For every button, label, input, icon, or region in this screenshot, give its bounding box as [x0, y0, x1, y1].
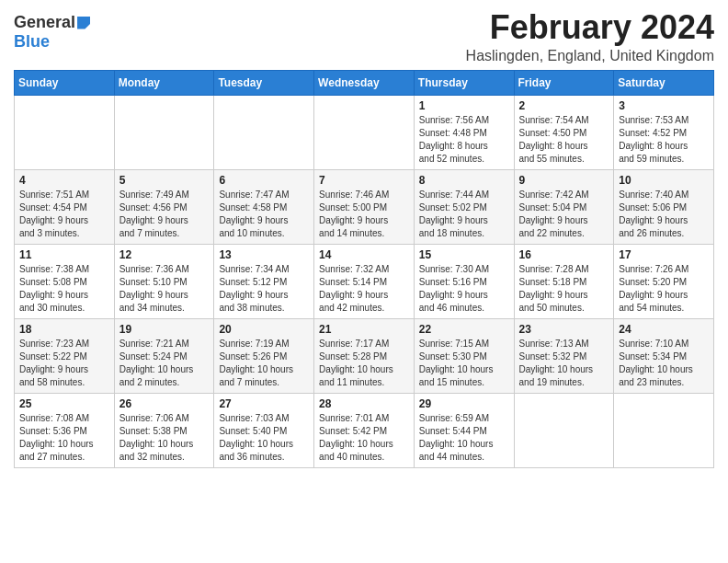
day-number: 1	[419, 99, 509, 112]
calendar-week-row: 25Sunrise: 7:08 AM Sunset: 5:36 PM Dayli…	[15, 393, 714, 467]
calendar-cell	[314, 95, 415, 169]
calendar-cell	[514, 393, 614, 467]
calendar-cell: 18Sunrise: 7:23 AM Sunset: 5:22 PM Dayli…	[15, 318, 115, 393]
logo-icon	[77, 17, 90, 29]
day-info: Sunrise: 7:15 AM Sunset: 5:30 PM Dayligh…	[419, 338, 509, 389]
day-info: Sunrise: 7:21 AM Sunset: 5:24 PM Dayligh…	[119, 338, 210, 389]
day-number: 5	[119, 174, 210, 187]
day-info: Sunrise: 6:59 AM Sunset: 5:44 PM Dayligh…	[419, 412, 509, 464]
day-header-sunday: Sunday	[15, 70, 115, 95]
day-info: Sunrise: 7:28 AM Sunset: 5:18 PM Dayligh…	[519, 263, 609, 315]
calendar-cell: 21Sunrise: 7:17 AM Sunset: 5:28 PM Dayli…	[314, 318, 415, 393]
day-header-monday: Monday	[114, 70, 214, 95]
day-info: Sunrise: 7:23 AM Sunset: 5:22 PM Dayligh…	[19, 338, 109, 389]
calendar-cell: 19Sunrise: 7:21 AM Sunset: 5:24 PM Dayli…	[114, 318, 214, 393]
calendar-cell: 1Sunrise: 7:56 AM Sunset: 4:48 PM Daylig…	[414, 95, 514, 169]
calendar-cell	[614, 393, 714, 467]
day-number: 26	[119, 397, 210, 410]
day-info: Sunrise: 7:06 AM Sunset: 5:38 PM Dayligh…	[119, 412, 210, 464]
day-number: 21	[319, 323, 409, 336]
day-number: 12	[119, 248, 210, 261]
day-number: 9	[519, 174, 609, 187]
calendar-cell: 17Sunrise: 7:26 AM Sunset: 5:20 PM Dayli…	[614, 244, 714, 318]
calendar-cell: 6Sunrise: 7:47 AM Sunset: 4:58 PM Daylig…	[214, 169, 314, 244]
day-number: 27	[219, 397, 309, 410]
calendar-table: SundayMondayTuesdayWednesdayThursdayFrid…	[14, 70, 714, 468]
day-number: 23	[519, 323, 609, 336]
calendar-cell: 8Sunrise: 7:44 AM Sunset: 5:02 PM Daylig…	[414, 169, 514, 244]
day-info: Sunrise: 7:10 AM Sunset: 5:34 PM Dayligh…	[619, 338, 709, 389]
day-number: 7	[319, 174, 409, 187]
calendar-cell: 9Sunrise: 7:42 AM Sunset: 5:04 PM Daylig…	[514, 169, 614, 244]
calendar-cell: 2Sunrise: 7:54 AM Sunset: 4:50 PM Daylig…	[514, 95, 614, 169]
day-number: 3	[619, 99, 709, 112]
day-number: 28	[319, 397, 409, 410]
calendar-cell: 13Sunrise: 7:34 AM Sunset: 5:12 PM Dayli…	[214, 244, 314, 318]
calendar-cell: 22Sunrise: 7:15 AM Sunset: 5:30 PM Dayli…	[414, 318, 514, 393]
day-header-friday: Friday	[514, 70, 614, 95]
day-info: Sunrise: 7:13 AM Sunset: 5:32 PM Dayligh…	[519, 338, 609, 389]
day-header-saturday: Saturday	[614, 70, 714, 95]
calendar-cell	[214, 95, 314, 169]
calendar-week-row: 18Sunrise: 7:23 AM Sunset: 5:22 PM Dayli…	[15, 318, 714, 393]
day-info: Sunrise: 7:49 AM Sunset: 4:56 PM Dayligh…	[119, 189, 210, 240]
page-header: General Blue February 2024 Haslingden, E…	[14, 9, 714, 64]
day-number: 14	[319, 248, 409, 261]
calendar-cell: 4Sunrise: 7:51 AM Sunset: 4:54 PM Daylig…	[15, 169, 115, 244]
day-info: Sunrise: 7:46 AM Sunset: 5:00 PM Dayligh…	[319, 189, 409, 240]
day-info: Sunrise: 7:40 AM Sunset: 5:06 PM Dayligh…	[619, 189, 709, 240]
day-info: Sunrise: 7:56 AM Sunset: 4:48 PM Dayligh…	[419, 114, 509, 166]
day-number: 18	[19, 323, 109, 336]
day-info: Sunrise: 7:38 AM Sunset: 5:08 PM Dayligh…	[19, 263, 109, 315]
calendar-cell: 16Sunrise: 7:28 AM Sunset: 5:18 PM Dayli…	[514, 244, 614, 318]
calendar-cell: 12Sunrise: 7:36 AM Sunset: 5:10 PM Dayli…	[114, 244, 214, 318]
calendar-cell: 11Sunrise: 7:38 AM Sunset: 5:08 PM Dayli…	[15, 244, 115, 318]
day-number: 6	[219, 174, 309, 187]
calendar-cell: 23Sunrise: 7:13 AM Sunset: 5:32 PM Dayli…	[514, 318, 614, 393]
day-info: Sunrise: 7:01 AM Sunset: 5:42 PM Dayligh…	[319, 412, 409, 464]
day-info: Sunrise: 7:54 AM Sunset: 4:50 PM Dayligh…	[519, 114, 609, 166]
location-title: Haslingden, England, United Kingdom	[466, 48, 714, 64]
calendar-cell: 5Sunrise: 7:49 AM Sunset: 4:56 PM Daylig…	[114, 169, 214, 244]
day-number: 4	[19, 174, 109, 187]
day-number: 25	[19, 397, 109, 410]
day-info: Sunrise: 7:53 AM Sunset: 4:52 PM Dayligh…	[619, 114, 709, 166]
day-number: 17	[619, 248, 709, 261]
day-info: Sunrise: 7:03 AM Sunset: 5:40 PM Dayligh…	[219, 412, 309, 464]
day-info: Sunrise: 7:08 AM Sunset: 5:36 PM Dayligh…	[19, 412, 109, 464]
calendar-cell	[15, 95, 115, 169]
calendar-cell: 7Sunrise: 7:46 AM Sunset: 5:00 PM Daylig…	[314, 169, 415, 244]
day-info: Sunrise: 7:42 AM Sunset: 5:04 PM Dayligh…	[519, 189, 609, 240]
calendar-cell: 14Sunrise: 7:32 AM Sunset: 5:14 PM Dayli…	[314, 244, 415, 318]
day-header-tuesday: Tuesday	[214, 70, 314, 95]
day-number: 22	[419, 323, 509, 336]
day-info: Sunrise: 7:51 AM Sunset: 4:54 PM Dayligh…	[19, 189, 109, 240]
day-number: 15	[419, 248, 509, 261]
calendar-cell: 20Sunrise: 7:19 AM Sunset: 5:26 PM Dayli…	[214, 318, 314, 393]
logo-general-text: General	[14, 13, 75, 32]
day-number: 8	[419, 174, 509, 187]
day-info: Sunrise: 7:47 AM Sunset: 4:58 PM Dayligh…	[219, 189, 309, 240]
day-info: Sunrise: 7:26 AM Sunset: 5:20 PM Dayligh…	[619, 263, 709, 315]
calendar-cell: 15Sunrise: 7:30 AM Sunset: 5:16 PM Dayli…	[414, 244, 514, 318]
calendar-cell: 28Sunrise: 7:01 AM Sunset: 5:42 PM Dayli…	[314, 393, 415, 467]
day-info: Sunrise: 7:44 AM Sunset: 5:02 PM Dayligh…	[419, 189, 509, 240]
logo: General Blue	[14, 13, 90, 52]
day-number: 29	[419, 397, 509, 410]
calendar-week-row: 1Sunrise: 7:56 AM Sunset: 4:48 PM Daylig…	[15, 95, 714, 169]
calendar-cell: 29Sunrise: 6:59 AM Sunset: 5:44 PM Dayli…	[414, 393, 514, 467]
day-number: 10	[619, 174, 709, 187]
calendar-cell	[114, 95, 214, 169]
day-number: 13	[219, 248, 309, 261]
day-number: 19	[119, 323, 210, 336]
calendar-week-row: 4Sunrise: 7:51 AM Sunset: 4:54 PM Daylig…	[15, 169, 714, 244]
day-info: Sunrise: 7:19 AM Sunset: 5:26 PM Dayligh…	[219, 338, 309, 389]
calendar-cell: 24Sunrise: 7:10 AM Sunset: 5:34 PM Dayli…	[614, 318, 714, 393]
day-info: Sunrise: 7:17 AM Sunset: 5:28 PM Dayligh…	[319, 338, 409, 389]
calendar-cell: 3Sunrise: 7:53 AM Sunset: 4:52 PM Daylig…	[614, 95, 714, 169]
day-header-thursday: Thursday	[414, 70, 514, 95]
day-number: 2	[519, 99, 609, 112]
day-number: 20	[219, 323, 309, 336]
calendar-header-row: SundayMondayTuesdayWednesdayThursdayFrid…	[15, 70, 714, 95]
day-info: Sunrise: 7:34 AM Sunset: 5:12 PM Dayligh…	[219, 263, 309, 315]
